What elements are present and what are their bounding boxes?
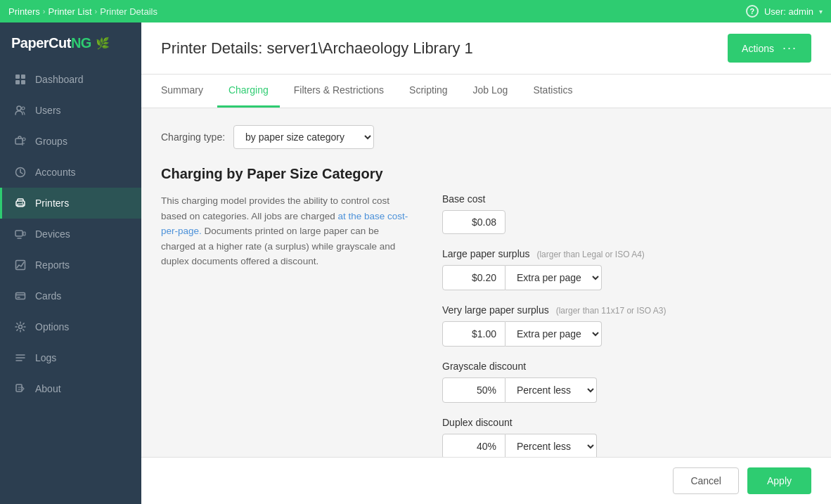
user-chevron-icon[interactable]: ▾ bbox=[819, 8, 823, 15]
cancel-button[interactable]: Cancel bbox=[673, 467, 739, 494]
sidebar-item-label: Devices bbox=[35, 228, 70, 240]
svg-rect-2 bbox=[15, 80, 20, 84]
field-very-large-paper-select[interactable]: Extra per page bbox=[505, 321, 602, 347]
svg-rect-6 bbox=[15, 138, 22, 144]
breadcrumb-sep-2: › bbox=[95, 7, 98, 15]
svg-point-4 bbox=[17, 106, 21, 110]
svg-rect-1 bbox=[21, 75, 25, 79]
top-bar-right: ? User: admin ▾ bbox=[746, 5, 823, 18]
sidebar-item-label: Accounts bbox=[35, 167, 76, 178]
logo-text: PaperCutNG bbox=[11, 35, 91, 51]
sidebar-item-accounts[interactable]: Accounts bbox=[0, 157, 141, 188]
tab-scripting[interactable]: Scripting bbox=[398, 75, 458, 108]
tab-joblog[interactable]: Job Log bbox=[462, 75, 520, 108]
sidebar-item-label: Dashboard bbox=[35, 74, 84, 85]
sidebar-item-groups[interactable]: Groups bbox=[0, 126, 141, 157]
tab-charging[interactable]: Charging bbox=[217, 75, 280, 108]
sidebar-item-label: Cards bbox=[35, 290, 61, 302]
field-grayscale-label: Grayscale discount bbox=[442, 361, 811, 372]
section-title: Charging by Paper Size Category bbox=[161, 166, 811, 182]
breadcrumb-printer-list[interactable]: Printer List bbox=[48, 6, 91, 17]
field-base-cost: Base cost bbox=[442, 193, 811, 234]
sidebar-item-printers[interactable]: Printers bbox=[0, 188, 141, 219]
field-very-large-paper-label: Very large paper surplus (larger than 11… bbox=[442, 304, 811, 316]
main-content: Printer Details: server1\Archaeology Lib… bbox=[141, 22, 831, 504]
description-column: This charging model provides the ability… bbox=[161, 193, 414, 457]
field-very-large-paper: Very large paper surplus (larger than 11… bbox=[442, 304, 811, 347]
bottom-bar: Cancel Apply bbox=[141, 457, 831, 504]
sidebar-item-label: Logs bbox=[35, 352, 56, 363]
charging-type-row: Charging type: by paper size category bbox=[161, 125, 811, 149]
field-grayscale-row: Percent less bbox=[442, 377, 811, 403]
field-duplex-select[interactable]: Percent less bbox=[505, 434, 597, 457]
description-text: This charging model provides the ability… bbox=[161, 193, 414, 269]
svg-point-5 bbox=[22, 107, 25, 110]
sidebar-item-options[interactable]: Options bbox=[0, 311, 141, 342]
field-duplex-label: Duplex discount bbox=[442, 417, 811, 428]
breadcrumb-sep-1: › bbox=[43, 7, 46, 15]
tab-statistics[interactable]: Statistics bbox=[522, 75, 584, 108]
help-icon[interactable]: ? bbox=[746, 5, 759, 18]
fields-column: Base cost Large paper surplus (larger th… bbox=[442, 193, 811, 457]
users-icon bbox=[14, 104, 27, 117]
svg-rect-3 bbox=[21, 80, 25, 84]
sidebar-item-label: About bbox=[35, 383, 61, 394]
field-duplex-row: Percent less bbox=[442, 434, 811, 457]
tab-summary[interactable]: Summary bbox=[161, 75, 214, 108]
page-title: Printer Details: server1\Archaeology Lib… bbox=[161, 39, 473, 58]
sidebar-item-devices[interactable]: Devices bbox=[0, 219, 141, 250]
svg-rect-12 bbox=[15, 231, 22, 236]
field-very-large-paper-input[interactable] bbox=[442, 321, 505, 347]
breadcrumb: Printers › Printer List › Printer Detail… bbox=[8, 6, 157, 17]
reports-icon bbox=[14, 259, 27, 271]
field-base-cost-input[interactable] bbox=[442, 210, 505, 234]
field-large-paper-input[interactable] bbox=[442, 265, 505, 290]
field-base-cost-row bbox=[442, 210, 811, 234]
cards-icon bbox=[14, 290, 27, 302]
field-large-paper-label: Large paper surplus (larger than Legal o… bbox=[442, 248, 811, 259]
actions-button[interactable]: Actions ··· bbox=[728, 34, 811, 63]
printers-icon bbox=[14, 197, 27, 209]
logo-leaf-icon: 🌿 bbox=[96, 37, 110, 50]
actions-label: Actions bbox=[742, 43, 774, 54]
tab-filters[interactable]: Filters & Restrictions bbox=[283, 75, 395, 108]
options-icon bbox=[14, 321, 27, 333]
two-column-layout: This charging model provides the ability… bbox=[161, 193, 811, 457]
sidebar-item-cards[interactable]: Cards bbox=[0, 280, 141, 311]
sidebar-item-logs[interactable]: Logs bbox=[0, 342, 141, 373]
charging-type-label: Charging type: bbox=[161, 131, 225, 143]
svg-point-16 bbox=[19, 325, 22, 329]
field-large-paper: Large paper surplus (larger than Legal o… bbox=[442, 248, 811, 290]
content-body: Charging type: by paper size category Ch… bbox=[141, 108, 831, 457]
svg-rect-13 bbox=[23, 232, 25, 235]
field-very-large-paper-label-secondary: (larger than 11x17 or ISO A3) bbox=[556, 306, 666, 316]
sidebar-item-reports[interactable]: Reports bbox=[0, 250, 141, 280]
about-icon bbox=[14, 382, 27, 395]
main-layout: PaperCutNG 🌿 Dashboard bbox=[0, 22, 831, 504]
charging-type-select[interactable]: by paper size category bbox=[233, 125, 374, 149]
sidebar-item-about[interactable]: About bbox=[0, 373, 141, 404]
sidebar-item-label: Options bbox=[35, 321, 69, 332]
sidebar-item-users[interactable]: Users bbox=[0, 95, 141, 126]
groups-icon bbox=[14, 135, 27, 148]
sidebar: PaperCutNG 🌿 Dashboard bbox=[0, 22, 141, 504]
field-grayscale-select[interactable]: Percent less bbox=[505, 377, 597, 403]
field-large-paper-row: Extra per page bbox=[442, 265, 811, 290]
actions-more-icon: ··· bbox=[782, 41, 797, 56]
sidebar-item-label: Reports bbox=[35, 259, 70, 271]
sidebar-item-label: Printers bbox=[35, 198, 69, 209]
breadcrumb-printer-details[interactable]: Printer Details bbox=[100, 6, 157, 17]
sidebar-item-dashboard[interactable]: Dashboard bbox=[0, 64, 141, 95]
devices-icon bbox=[14, 228, 27, 240]
breadcrumb-printers[interactable]: Printers bbox=[8, 6, 40, 17]
user-label[interactable]: User: admin bbox=[764, 6, 813, 17]
field-base-cost-label: Base cost bbox=[442, 193, 811, 205]
field-large-paper-select[interactable]: Extra per page bbox=[505, 265, 602, 290]
field-duplex-input[interactable] bbox=[442, 434, 505, 457]
svg-rect-0 bbox=[15, 75, 20, 79]
field-grayscale-input[interactable] bbox=[442, 377, 505, 403]
field-large-paper-label-secondary: (larger than Legal or ISO A4) bbox=[536, 250, 644, 259]
apply-button[interactable]: Apply bbox=[747, 467, 811, 494]
accounts-icon bbox=[14, 166, 27, 179]
tabs-bar: Summary Charging Filters & Restrictions … bbox=[141, 75, 831, 108]
